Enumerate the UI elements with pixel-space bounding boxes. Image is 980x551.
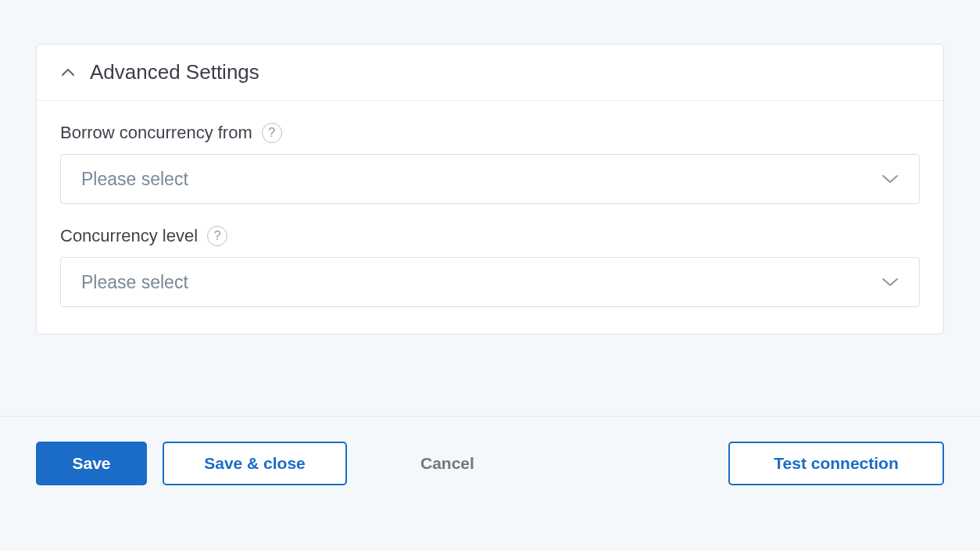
concurrency-level-select[interactable]: Please select xyxy=(60,257,920,307)
cancel-button[interactable]: Cancel xyxy=(397,442,498,485)
footer-actions: Save Save & close Cancel Test connection xyxy=(0,417,980,485)
borrow-concurrency-field: Borrow concurrency from ? Please select xyxy=(60,123,920,204)
help-icon[interactable]: ? xyxy=(207,226,227,246)
field-label-row: Concurrency level ? xyxy=(60,226,920,246)
panel-title: Advanced Settings xyxy=(90,60,259,84)
chevron-up-icon xyxy=(60,65,76,81)
concurrency-level-label: Concurrency level xyxy=(60,226,198,246)
save-button[interactable]: Save xyxy=(36,442,147,485)
borrow-concurrency-select[interactable]: Please select xyxy=(60,154,920,204)
field-label-row: Borrow concurrency from ? xyxy=(60,123,920,143)
advanced-settings-panel: Advanced Settings Borrow concurrency fro… xyxy=(36,44,944,335)
panel-body: Borrow concurrency from ? Please select … xyxy=(37,101,943,334)
test-connection-button[interactable]: Test connection xyxy=(728,442,944,485)
select-placeholder: Please select xyxy=(81,272,188,293)
chevron-down-icon xyxy=(882,174,899,184)
chevron-down-icon xyxy=(882,277,899,288)
borrow-concurrency-label: Borrow concurrency from xyxy=(60,123,252,143)
advanced-settings-header[interactable]: Advanced Settings xyxy=(37,45,943,101)
save-close-button[interactable]: Save & close xyxy=(163,442,347,485)
help-icon[interactable]: ? xyxy=(262,123,282,143)
concurrency-level-field: Concurrency level ? Please select xyxy=(60,226,920,307)
select-placeholder: Please select xyxy=(81,169,188,190)
